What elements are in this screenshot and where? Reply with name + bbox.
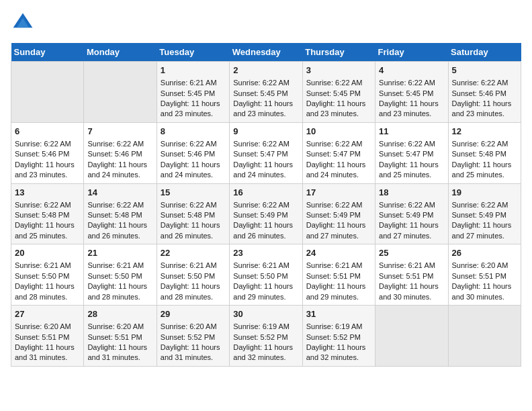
day-info: Daylight: 11 hours and 23 minutes. xyxy=(306,99,371,120)
calendar-cell: 29Sunrise: 6:20 AMSunset: 5:52 PMDayligh… xyxy=(157,306,229,367)
calendar-cell: 30Sunrise: 6:19 AMSunset: 5:52 PMDayligh… xyxy=(230,306,302,367)
day-info: Daylight: 11 hours and 23 minutes. xyxy=(379,99,444,120)
calendar-cell: 16Sunrise: 6:22 AMSunset: 5:49 PMDayligh… xyxy=(230,183,302,244)
calendar-cell: 28Sunrise: 6:20 AMSunset: 5:51 PMDayligh… xyxy=(84,306,157,367)
day-info: Sunset: 5:45 PM xyxy=(161,89,226,99)
day-number: 11 xyxy=(379,126,444,138)
day-info: Sunrise: 6:22 AM xyxy=(161,139,226,149)
calendar-cell: 23Sunrise: 6:21 AMSunset: 5:50 PMDayligh… xyxy=(230,244,302,306)
day-info: Daylight: 11 hours and 24 minutes. xyxy=(87,160,152,181)
day-info: Sunset: 5:45 PM xyxy=(306,89,371,99)
calendar-cell: 19Sunrise: 6:22 AMSunset: 5:49 PMDayligh… xyxy=(448,183,521,244)
calendar-cell: 24Sunrise: 6:21 AMSunset: 5:51 PMDayligh… xyxy=(302,244,375,306)
day-number: 8 xyxy=(161,126,226,138)
day-info: Sunset: 5:51 PM xyxy=(306,271,371,281)
day-number: 31 xyxy=(306,308,371,320)
day-info: Daylight: 11 hours and 24 minutes. xyxy=(233,160,298,181)
day-info: Sunrise: 6:21 AM xyxy=(87,261,152,271)
calendar-cell: 31Sunrise: 6:19 AMSunset: 5:52 PMDayligh… xyxy=(302,306,375,367)
day-info: Daylight: 11 hours and 31 minutes. xyxy=(161,342,226,363)
day-number: 27 xyxy=(15,308,80,320)
day-info: Sunset: 5:47 PM xyxy=(379,149,444,159)
logo-icon xyxy=(11,11,35,35)
day-number: 12 xyxy=(452,126,517,138)
day-info: Sunrise: 6:22 AM xyxy=(379,200,444,210)
calendar-cell xyxy=(375,306,448,367)
day-info: Sunset: 5:49 PM xyxy=(379,210,444,220)
day-info: Sunrise: 6:20 AM xyxy=(87,322,152,332)
day-info: Daylight: 11 hours and 27 minutes. xyxy=(452,220,517,241)
day-info: Sunrise: 6:20 AM xyxy=(161,322,226,332)
day-number: 18 xyxy=(379,187,444,199)
day-info: Sunrise: 6:21 AM xyxy=(15,261,80,271)
day-info: Sunrise: 6:22 AM xyxy=(306,200,371,210)
header-friday: Friday xyxy=(375,43,448,62)
day-info: Daylight: 11 hours and 24 minutes. xyxy=(306,160,371,181)
header-saturday: Saturday xyxy=(448,43,521,62)
day-info: Daylight: 11 hours and 23 minutes. xyxy=(15,160,80,181)
day-number: 20 xyxy=(15,247,80,259)
day-info: Sunset: 5:47 PM xyxy=(233,149,298,159)
day-info: Daylight: 11 hours and 23 minutes. xyxy=(233,99,298,120)
calendar-cell: 14Sunrise: 6:22 AMSunset: 5:48 PMDayligh… xyxy=(84,183,157,244)
day-info: Sunrise: 6:22 AM xyxy=(306,139,371,149)
calendar-cell xyxy=(11,62,84,123)
day-info: Daylight: 11 hours and 25 minutes. xyxy=(15,220,80,241)
day-number: 14 xyxy=(87,187,152,199)
day-info: Daylight: 11 hours and 28 minutes. xyxy=(87,281,152,302)
day-info: Sunrise: 6:21 AM xyxy=(233,261,298,271)
day-info: Daylight: 11 hours and 30 minutes. xyxy=(379,281,444,302)
calendar-cell: 9Sunrise: 6:22 AMSunset: 5:47 PMDaylight… xyxy=(230,122,302,183)
day-info: Sunset: 5:46 PM xyxy=(452,89,517,99)
day-info: Daylight: 11 hours and 32 minutes. xyxy=(306,342,371,363)
day-info: Sunset: 5:49 PM xyxy=(233,210,298,220)
calendar-cell: 26Sunrise: 6:20 AMSunset: 5:51 PMDayligh… xyxy=(448,244,521,306)
day-number: 25 xyxy=(379,247,444,259)
day-info: Daylight: 11 hours and 32 minutes. xyxy=(233,342,298,363)
day-info: Sunset: 5:46 PM xyxy=(161,149,226,159)
day-info: Sunrise: 6:22 AM xyxy=(452,78,517,88)
day-info: Sunset: 5:48 PM xyxy=(15,210,80,220)
day-info: Sunset: 5:46 PM xyxy=(87,149,152,159)
day-info: Sunrise: 6:22 AM xyxy=(87,139,152,149)
calendar-cell: 5Sunrise: 6:22 AMSunset: 5:46 PMDaylight… xyxy=(448,62,521,123)
day-number: 19 xyxy=(452,187,517,199)
day-info: Daylight: 11 hours and 26 minutes. xyxy=(87,220,152,241)
day-info: Daylight: 11 hours and 30 minutes. xyxy=(452,281,517,302)
day-number: 28 xyxy=(87,308,152,320)
day-info: Sunrise: 6:20 AM xyxy=(452,261,517,271)
day-number: 2 xyxy=(233,64,298,77)
day-info: Sunset: 5:45 PM xyxy=(233,89,298,99)
logo xyxy=(11,11,38,35)
day-info: Sunrise: 6:22 AM xyxy=(233,200,298,210)
day-info: Daylight: 11 hours and 29 minutes. xyxy=(233,281,298,302)
day-info: Daylight: 11 hours and 29 minutes. xyxy=(306,281,371,302)
calendar-cell xyxy=(84,62,157,123)
day-info: Sunrise: 6:22 AM xyxy=(379,139,444,149)
day-info: Sunset: 5:47 PM xyxy=(306,149,371,159)
calendar-cell: 6Sunrise: 6:22 AMSunset: 5:46 PMDaylight… xyxy=(11,122,84,183)
calendar-table: SundayMondayTuesdayWednesdayThursdayFrid… xyxy=(11,43,521,367)
day-info: Sunrise: 6:22 AM xyxy=(233,78,298,88)
day-info: Sunrise: 6:22 AM xyxy=(452,200,517,210)
day-number: 29 xyxy=(161,308,226,320)
day-info: Sunrise: 6:21 AM xyxy=(306,261,371,271)
day-info: Sunrise: 6:21 AM xyxy=(161,78,226,88)
day-number: 1 xyxy=(161,64,226,77)
calendar-cell: 21Sunrise: 6:21 AMSunset: 5:50 PMDayligh… xyxy=(84,244,157,306)
day-info: Sunrise: 6:22 AM xyxy=(161,200,226,210)
calendar-cell: 2Sunrise: 6:22 AMSunset: 5:45 PMDaylight… xyxy=(230,62,302,123)
header-sunday: Sunday xyxy=(11,43,84,62)
day-number: 23 xyxy=(233,247,298,259)
day-info: Sunset: 5:50 PM xyxy=(15,271,80,281)
page-header xyxy=(11,11,521,35)
day-info: Sunset: 5:45 PM xyxy=(379,89,444,99)
day-number: 6 xyxy=(15,126,80,138)
calendar-cell: 15Sunrise: 6:22 AMSunset: 5:48 PMDayligh… xyxy=(157,183,229,244)
day-number: 22 xyxy=(161,247,226,259)
day-number: 16 xyxy=(233,187,298,199)
calendar-cell: 18Sunrise: 6:22 AMSunset: 5:49 PMDayligh… xyxy=(375,183,448,244)
day-number: 30 xyxy=(233,308,298,320)
day-number: 3 xyxy=(306,64,371,77)
day-info: Daylight: 11 hours and 28 minutes. xyxy=(161,281,226,302)
